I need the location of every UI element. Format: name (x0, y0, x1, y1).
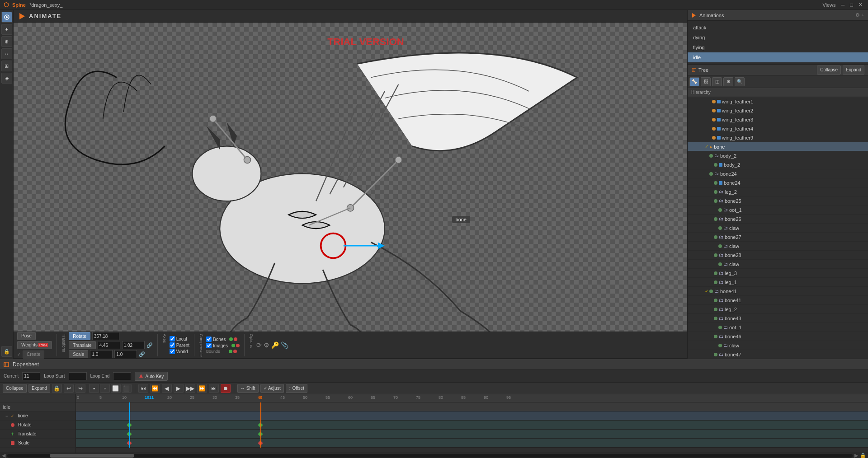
tree-leg2[interactable]: 🗂 leg_2 (688, 187, 868, 196)
offset-btn[interactable]: ↕ Offset (286, 384, 307, 393)
tl-icon2[interactable]: ▫ (100, 384, 110, 393)
tl-icon4[interactable]: ⬛ (122, 384, 132, 393)
parent-checkbox[interactable]: Parent (170, 342, 189, 348)
tree-oot1[interactable]: 🗂 oot_1 (688, 206, 868, 215)
track-translate-label[interactable]: + Translate (0, 430, 75, 439)
translate-btn[interactable]: Translate (69, 341, 95, 349)
tree-search-btn[interactable]: 🔍 (735, 77, 745, 86)
tool-btn-1[interactable]: ✦ (1, 24, 12, 35)
tree-leg1a[interactable]: 🗂 leg_1 (688, 278, 868, 287)
tree-bone24-img[interactable]: bone24 (688, 178, 868, 187)
ds-collapse-btn[interactable]: Collapse (3, 384, 27, 393)
tree-ik-btn[interactable]: ⚙ (723, 77, 733, 86)
tl-icon3[interactable]: ⬜ (111, 384, 121, 393)
tl-icon1[interactable]: ▪ (89, 384, 99, 393)
loop-end-input[interactable] (113, 372, 131, 380)
tree-bone47[interactable]: 🗂 bone47 (688, 350, 868, 359)
track-idle[interactable] (76, 402, 868, 411)
scroll-track[interactable] (7, 454, 853, 458)
kf-rotate-2[interactable] (258, 422, 263, 427)
tree-slots-btn[interactable]: ◫ (712, 77, 722, 86)
prev-frame-btn[interactable]: ◀ (162, 384, 172, 393)
scale-x-input[interactable] (90, 350, 113, 358)
kf-scale-2[interactable] (258, 440, 263, 445)
track-translate[interactable] (76, 430, 868, 439)
timeline-scroll[interactable]: 0 5 10 1011 20 25 30 35 40 45 50 55 60 6… (76, 394, 868, 453)
ds-expand-btn[interactable]: Expand (28, 384, 50, 393)
anim-settings-icon[interactable]: ⚙ (855, 12, 860, 18)
next-key-btn[interactable]: ⏩ (197, 384, 207, 393)
tree-bone46[interactable]: 🗂 bone46 (688, 332, 868, 341)
undo-btn[interactable]: ↩ (64, 384, 74, 393)
kf-rotate-1[interactable] (127, 422, 132, 427)
rotate-btn[interactable]: Rotate (69, 332, 90, 340)
maximize-btn[interactable]: □ (848, 1, 855, 9)
tree-bone41[interactable]: ✓ 🗂 bone41 (688, 287, 868, 296)
tool-btn-2[interactable]: ⊕ (1, 36, 12, 47)
auto-key-btn[interactable]: Auto Key (135, 372, 168, 381)
tree-bone26[interactable]: 🗂 bone26 (688, 215, 868, 224)
tree-bone24[interactable]: 🗂 bone24 (688, 169, 868, 178)
close-btn[interactable]: ✕ (857, 1, 864, 9)
skip-start-btn[interactable]: ⏮ (138, 384, 148, 393)
pose-btn[interactable]: Pose (17, 332, 36, 340)
tool-btn-5[interactable]: ◈ (1, 73, 12, 84)
record-btn[interactable]: ⏺ (221, 384, 231, 393)
track-rotate-label[interactable]: Rotate (0, 421, 75, 430)
viewport[interactable]: TRIAL VERSION (14, 23, 687, 332)
bones-checkbox[interactable]: Bones (206, 336, 226, 342)
lock-timeline-icon[interactable]: 🔒 (860, 453, 866, 458)
track-scale[interactable] (76, 439, 868, 448)
tool-btn-3[interactable]: ↔ (1, 48, 12, 59)
tree-leg2b[interactable]: 🗂 leg_2 (688, 305, 868, 314)
track-scale-label[interactable]: Scale (0, 439, 75, 448)
loop-start-input[interactable] (69, 372, 87, 380)
scale-btn[interactable]: Scale (69, 350, 88, 358)
tree-body2-bone[interactable]: 🗂 body_2 (688, 151, 868, 160)
weights-btn[interactable]: Weights PRO (17, 341, 52, 349)
tree-wing-feather2[interactable]: wing_feather2 (688, 106, 868, 115)
tree-wing-feather4[interactable]: wing_feather4 (688, 124, 868, 133)
anim-flying[interactable]: flying (688, 42, 868, 52)
current-frame-input[interactable] (22, 372, 40, 380)
next-frame-btn[interactable]: ▶▶ (185, 384, 195, 393)
rotate-value-input[interactable] (92, 332, 119, 340)
scroll-thumb[interactable] (50, 454, 134, 458)
tree-wing-feather3[interactable]: wing_feather3 (688, 115, 868, 124)
tree-body2-img[interactable]: body_2 (688, 160, 868, 169)
tree-leg3[interactable]: 🗂 leg_3 (688, 269, 868, 278)
kf-translate-1[interactable] (127, 431, 132, 436)
tree-expand-btn[interactable]: Expand (843, 65, 864, 75)
views-label[interactable]: Views (821, 1, 837, 9)
tree-wing-feather9[interactable]: wing_feather9 (688, 133, 868, 142)
tree-bone28[interactable]: 🗂 bone28 (688, 251, 868, 260)
track-bone[interactable] (76, 411, 868, 421)
tree-bones-btn[interactable]: 🦴 (689, 77, 699, 86)
lock-btn[interactable]: 🔒 (52, 384, 62, 393)
track-bone-label[interactable]: − ✓ bone (0, 411, 75, 421)
tree-collapse-btn[interactable]: Collapse (817, 65, 841, 75)
kf-translate-2[interactable] (258, 431, 263, 436)
translate-y-input[interactable] (122, 341, 145, 349)
tree-wing-feather1[interactable]: wing_feather1 (688, 97, 868, 106)
tree-bone27[interactable]: 🗂 bone27 (688, 233, 868, 242)
anim-dying[interactable]: dying (688, 33, 868, 42)
tree-img-btn[interactable]: 🖼 (701, 77, 711, 86)
tool-btn-6[interactable]: 🔒 (1, 346, 12, 357)
shift-btn[interactable]: ↔ Shift (237, 384, 259, 393)
world-checkbox[interactable]: World (170, 349, 188, 354)
adjust-btn[interactable]: ✓ Adjust (260, 384, 284, 393)
scroll-right-icon[interactable]: ▶ (854, 453, 858, 458)
play-btn[interactable]: ▶ (174, 384, 184, 393)
tree-claw2[interactable]: 🗂 claw (688, 242, 868, 251)
tree-bone[interactable]: ✓ ▸ bone (688, 142, 868, 151)
tree-claw1[interactable]: 🗂 claw (688, 224, 868, 233)
skip-end-btn[interactable]: ⏭ (209, 384, 219, 393)
scale-y-input[interactable] (114, 350, 137, 358)
prev-key-btn[interactable]: ⏪ (150, 384, 160, 393)
tree-bone43[interactable]: 🗂 bone43 (688, 314, 868, 323)
anim-idle[interactable]: idle (688, 52, 868, 62)
anim-attack[interactable]: attack (688, 23, 868, 33)
scroll-left-icon[interactable]: ◀ (2, 453, 5, 458)
tree-oot1b[interactable]: 🗂 oot_1 (688, 323, 868, 332)
